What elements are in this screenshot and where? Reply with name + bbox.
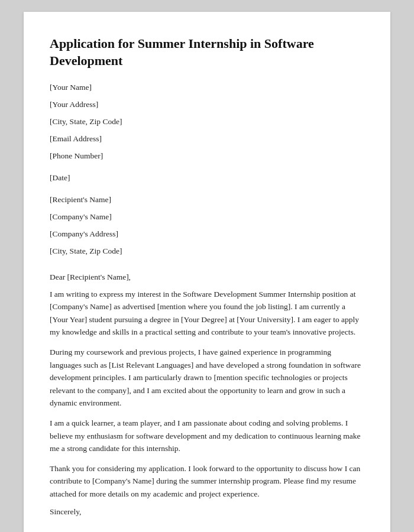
- date-block: [Date]: [50, 171, 364, 185]
- sender-address: [Your Address]: [50, 98, 364, 112]
- sender-email-block: [Email Address]: [50, 132, 364, 146]
- document-title: Application for Summer Internship in Sof…: [50, 35, 364, 69]
- sender-name: [Your Name]: [50, 81, 364, 95]
- salutation: Dear [Recipient's Name],: [50, 273, 364, 282]
- paragraph-1: I am writing to express my interest in t…: [50, 288, 364, 339]
- sender-city-block: [City, State, Zip Code]: [50, 115, 364, 129]
- recipient-city: [City, State, Zip Code]: [50, 245, 364, 258]
- sender-phone: [Phone Number]: [50, 150, 364, 163]
- sender-email: [Email Address]: [50, 132, 364, 146]
- sender-address-block: [Your Address]: [50, 98, 364, 112]
- sender-city: [City, State, Zip Code]: [50, 115, 364, 129]
- closing: Sincerely,: [50, 507, 364, 517]
- paragraph-2: During my coursework and previous projec…: [50, 346, 364, 410]
- recipient-name-block: [Recipient's Name]: [50, 193, 364, 207]
- paragraph-4: Thank you for considering my application…: [50, 462, 364, 501]
- recipient-city-block: [City, State, Zip Code]: [50, 245, 364, 258]
- recipient-company-block: [Company's Name]: [50, 210, 364, 224]
- sender-name-block: [Your Name]: [50, 81, 364, 95]
- recipient-address-block: [Company's Address]: [50, 228, 364, 241]
- sender-phone-block: [Phone Number]: [50, 150, 364, 163]
- document-container: Application for Summer Internship in Sof…: [24, 12, 390, 532]
- recipient-address: [Company's Address]: [50, 228, 364, 241]
- paragraph-3: I am a quick learner, a team player, and…: [50, 417, 364, 455]
- date-field: [Date]: [50, 171, 364, 185]
- recipient-name: [Recipient's Name]: [50, 193, 364, 207]
- recipient-company: [Company's Name]: [50, 210, 364, 224]
